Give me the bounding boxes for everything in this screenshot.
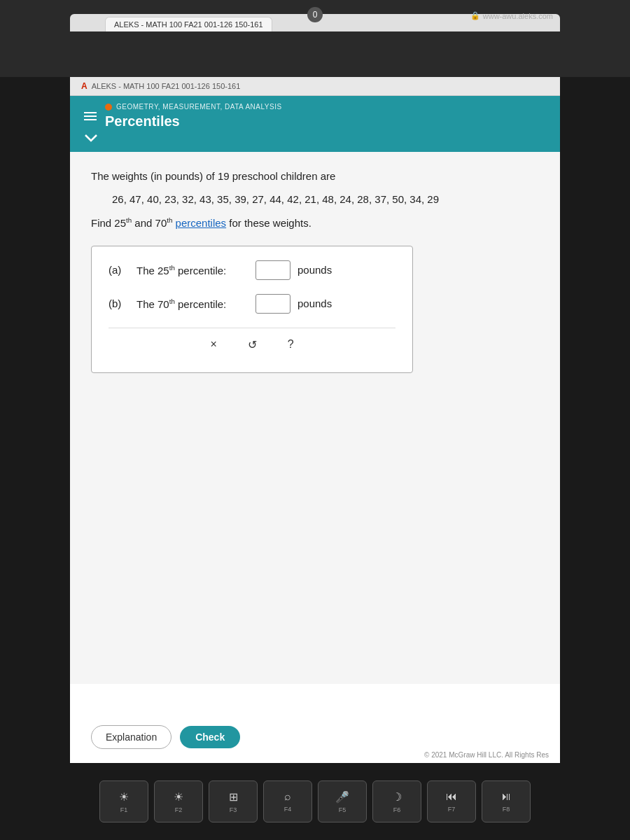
part-a-text2: percentile: xyxy=(175,265,226,276)
brightness-low-icon: ☀ xyxy=(119,790,129,804)
answer-row-a: (a) The 25th percentile: pounds xyxy=(108,260,396,280)
lock-icon: 🔒 xyxy=(470,11,480,20)
part-b-text2: percentile: xyxy=(175,298,226,310)
copyright-text: © 2021 McGraw Hill LLC. All Rights Res xyxy=(424,751,549,759)
label-a: (a) xyxy=(108,264,130,276)
tab-label: ALEKS - MATH 100 FA21 001-126 150-161 xyxy=(114,20,263,29)
explanation-button[interactable]: Explanation xyxy=(91,725,172,749)
bottom-buttons: Explanation Check xyxy=(70,725,560,749)
notification-badge: 0 xyxy=(307,7,323,22)
hamburger-menu[interactable] xyxy=(84,112,97,120)
breadcrumb-text: GEOMETRY, MEASUREMENT, DATA ANALYSIS xyxy=(116,103,282,111)
clear-button[interactable]: × xyxy=(204,335,222,354)
keyboard-function-row: ☀ F1 ☀ F2 ⊞ F3 ⌕ F4 🎤 F5 ☽ F6 ⏮ F7 ⏯ F8 xyxy=(0,763,630,840)
answer-input-b[interactable] xyxy=(255,294,290,314)
find-text-2: and 70 xyxy=(132,217,167,229)
help-button[interactable]: ? xyxy=(282,335,300,354)
label-b: (b) xyxy=(108,298,130,309)
superscript-th-2: th xyxy=(167,216,172,224)
key-f1[interactable]: ☀ F1 xyxy=(99,780,148,822)
undo-button[interactable]: ↺ xyxy=(242,335,262,354)
check-button[interactable]: Check xyxy=(180,726,240,748)
breadcrumb: GEOMETRY, MEASUREMENT, DATA ANALYSIS xyxy=(105,103,282,111)
find-text-3: percentiles for these weights. xyxy=(176,217,312,229)
superscript-th-1: th xyxy=(126,216,132,224)
aleks-header: A ALEKS - MATH 100 FA21 001-126 150-161 xyxy=(70,77,560,96)
aleks-course-label: ALEKS - MATH 100 FA21 001-126 150-161 xyxy=(92,82,241,90)
answer-row-b: (b) The 70th percentile: pounds xyxy=(108,294,396,314)
play-pause-icon: ⏯ xyxy=(500,790,512,803)
main-content: The weights (in pounds) of 19 preschool … xyxy=(70,152,560,684)
search-icon: ⌕ xyxy=(284,790,291,803)
percentile-label-a: The 25th percentile: xyxy=(136,264,248,276)
collapse-chevron[interactable] xyxy=(84,134,546,142)
find-text-1: Find 25 xyxy=(91,217,126,229)
data-values: 26, 47, 40, 23, 32, 43, 35, 39, 27, 44, … xyxy=(112,193,539,205)
page-title: Percentiles xyxy=(105,113,282,130)
key-f7[interactable]: ⏮ F7 xyxy=(427,780,476,822)
microphone-icon: 🎤 xyxy=(335,790,349,804)
key-f3[interactable]: ⊞ F3 xyxy=(209,780,258,822)
browser-tab[interactable]: ALEKS - MATH 100 FA21 001-126 150-161 xyxy=(105,17,272,31)
part-a-text: The 25 xyxy=(136,265,169,276)
find-instruction: Find 25th and 70th percentiles for these… xyxy=(91,216,539,229)
key-f2[interactable]: ☀ F2 xyxy=(154,780,203,822)
key-f5[interactable]: 🎤 F5 xyxy=(318,780,367,822)
key-f8[interactable]: ⏯ F8 xyxy=(482,780,531,822)
action-buttons-row: × ↺ ? xyxy=(108,328,396,358)
part-b-sup: th xyxy=(169,298,175,305)
moon-icon: ☽ xyxy=(392,790,402,804)
part-a-sup: th xyxy=(169,264,175,272)
aleks-logo: A xyxy=(81,81,88,91)
part-b-text: The 70 xyxy=(136,298,169,310)
brightness-high-icon: ☀ xyxy=(174,790,183,804)
unit-label-b: pounds xyxy=(298,298,332,309)
key-f6[interactable]: ☽ F6 xyxy=(372,780,421,822)
rewind-icon: ⏮ xyxy=(446,790,457,803)
key-f4[interactable]: ⌕ F4 xyxy=(263,780,312,822)
display-icon: ⊞ xyxy=(229,790,238,804)
answer-input-a[interactable] xyxy=(255,260,290,280)
breadcrumb-dot xyxy=(105,104,112,111)
url-display: www-awu.aleks.com xyxy=(483,12,553,20)
unit-label-a: pounds xyxy=(298,264,332,276)
problem-intro: The weights (in pounds) of 19 preschool … xyxy=(91,169,539,185)
percentile-label-b: The 70th percentile: xyxy=(136,298,248,310)
percentile-link[interactable]: percentiles xyxy=(176,217,227,229)
page-header: GEOMETRY, MEASUREMENT, DATA ANALYSIS Per… xyxy=(70,96,560,152)
answer-box: (a) The 25th percentile: pounds (b) The … xyxy=(91,246,413,373)
